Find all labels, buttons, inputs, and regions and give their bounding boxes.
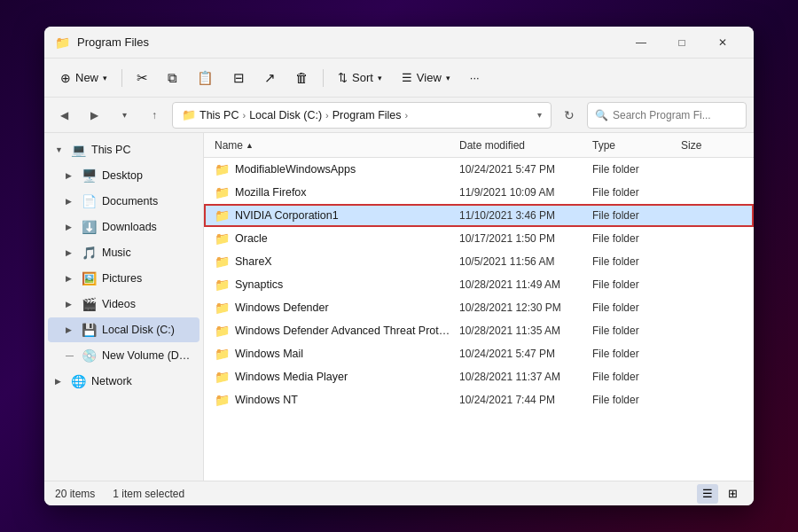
col-header-size[interactable]: Size [681,139,743,152]
file-type: File folder [592,186,681,199]
share-icon: ↗ [264,70,276,86]
search-icon: 🔍 [595,109,608,121]
refresh-button[interactable]: ↻ [557,103,582,128]
table-row[interactable]: 📁ModifiableWindowsApps10/24/2021 5:47 PM… [204,158,754,181]
main-area: ▼ 💻 This PC ▶ 🖥️ Desktop ▶ 📄 Documents ▶… [44,133,754,481]
separator-1 [121,69,122,87]
table-row[interactable]: 📁Mozilla Firefox11/9/2021 10:09 AMFile f… [204,181,754,204]
title-bar: 📁 Program Files — □ ✕ [44,27,754,59]
view-button[interactable]: ☰ View ▾ [393,64,459,92]
cut-button[interactable]: ✂ [128,64,157,92]
sidebar-item-downloads[interactable]: ▶ ⬇️ Downloads [48,215,200,239]
file-name: Windows NT [235,394,298,406]
rename-button[interactable]: ⊟ [224,64,254,92]
table-row[interactable]: 📁Windows Defender10/28/2021 12:30 PMFile… [204,296,754,319]
copy-button[interactable]: ⧉ [159,64,186,92]
file-modified: 10/28/2021 11:37 AM [459,371,592,383]
file-name-cell: 📁Windows Defender [215,301,459,315]
sidebar-item-pictures[interactable]: ▶ 🖼️ Pictures [48,266,200,291]
file-list-container[interactable]: Name ▲ Date modified Type Size 📁Modifiab… [204,133,754,481]
sidebar-item-desktop[interactable]: ▶ 🖥️ Desktop [48,163,200,188]
new-button[interactable]: ⊕ New ▾ [51,64,116,92]
file-modified: 10/17/2021 1:50 PM [459,232,592,245]
file-modified: 10/28/2021 11:35 AM [459,325,592,337]
window-controls: — □ ✕ [621,28,743,57]
file-name-cell: 📁Windows Mail [215,347,459,361]
search-box[interactable]: 🔍 [587,102,747,129]
file-name: Windows Mail [235,348,303,360]
delete-button[interactable]: 🗑 [286,64,317,92]
sidebar-item-new-volume[interactable]: — 💿 New Volume (D… [48,343,200,368]
close-button[interactable]: ✕ [702,28,743,57]
file-name-cell: 📁Synaptics [215,278,459,292]
folder-icon: 📁 [215,301,230,315]
table-row[interactable]: 📁Windows Mail10/24/2021 5:47 PMFile fold… [204,342,754,365]
col-header-type[interactable]: Type [592,139,681,152]
minimize-button[interactable]: — [621,28,661,57]
forward-button[interactable]: ▶ [82,103,106,128]
sidebar-item-music[interactable]: ▶ 🎵 Music [48,240,200,265]
file-name-cell: 📁Windows NT [215,393,459,407]
file-name-cell: 📁Windows Defender Advanced Threat Prot… [215,324,459,338]
table-row[interactable]: 📁Synaptics10/28/2021 11:49 AMFile folder [204,273,754,296]
large-icons-view-button[interactable]: ⊞ [722,484,743,504]
file-name-cell: 📁ModifiableWindowsApps [215,162,459,176]
file-modified: 10/28/2021 12:30 PM [459,301,592,314]
status-left: 20 items 1 item selected [55,488,184,500]
file-type: File folder [592,209,681,222]
table-row[interactable]: 📁Windows NT10/24/2021 7:44 PMFile folder [204,388,754,411]
folder-icon: 📁 [215,208,230,223]
file-type: File folder [592,255,681,268]
file-type: File folder [592,232,681,245]
sidebar-item-local-disk-c[interactable]: ▶ 💾 Local Disk (C:) [48,317,200,342]
more-button[interactable]: ··· [461,64,489,92]
file-name: Windows Media Player [235,371,348,383]
table-row[interactable]: 📁Windows Defender Advanced Threat Prot…1… [204,319,754,342]
delete-icon: 🗑 [295,70,309,85]
search-input[interactable] [613,109,746,121]
file-name-cell: 📁Oracle [215,231,459,246]
table-row[interactable]: 📁Oracle10/17/2021 1:50 PMFile folder [204,227,754,250]
breadcrumb-icon: 📁 [182,108,196,121]
toolbar: ⊕ New ▾ ✂ ⧉ 📋 ⊟ ↗ 🗑 ⇅ Sort ▾ ☰ [44,59,754,98]
table-row[interactable]: 📁Windows Media Player10/28/2021 11:37 AM… [204,365,754,388]
breadcrumb-program-files: Program Files [332,109,402,121]
table-row[interactable]: 📁ShareX10/5/2021 11:56 AMFile folder [204,250,754,273]
file-name-cell: 📁Mozilla Firefox [215,185,459,200]
table-row[interactable]: 📁NVIDIA Corporation111/10/2021 3:46 PMFi… [204,204,754,227]
copy-icon: ⧉ [168,70,177,86]
details-view-button[interactable]: ☰ [697,484,718,504]
file-modified: 11/10/2021 3:46 PM [459,209,592,222]
col-header-name[interactable]: Name ▲ [215,139,459,152]
file-name: Windows Defender [235,301,329,314]
file-name: Windows Defender Advanced Threat Prot… [235,325,450,337]
breadcrumb-expand[interactable]: ▾ [537,110,542,120]
sidebar-item-videos[interactable]: ▶ 🎬 Videos [48,292,200,317]
file-name: NVIDIA Corporation1 [235,209,339,222]
file-type: File folder [592,348,681,360]
file-modified: 11/9/2021 10:09 AM [459,186,592,199]
sidebar-item-network[interactable]: ▶ 🌐 Network [48,369,200,394]
folder-icon: 📁 [215,278,230,292]
back-button[interactable]: ◀ [51,103,76,128]
file-name-cell: 📁Windows Media Player [215,370,459,384]
sidebar-item-documents[interactable]: ▶ 📄 Documents [48,189,200,214]
file-type: File folder [592,278,681,291]
col-header-modified[interactable]: Date modified [459,139,592,152]
file-list-header: Name ▲ Date modified Type Size [204,133,754,158]
maximize-button[interactable]: □ [661,28,702,57]
file-name-cell: 📁NVIDIA Corporation1 [215,208,459,223]
explorer-window: 📁 Program Files — □ ✕ ⊕ New ▾ ✂ ⧉ 📋 ⊟ ↗ [44,27,754,505]
up-button[interactable]: ↑ [142,103,167,128]
breadcrumb[interactable]: 📁 This PC › Local Disk (C:) › Program Fi… [172,102,552,129]
share-button[interactable]: ↗ [255,64,285,92]
file-type: File folder [592,371,681,383]
file-name: ModifiableWindowsApps [235,163,356,176]
sort-button[interactable]: ⇅ Sort ▾ [329,64,391,92]
paste-button[interactable]: 📋 [188,64,223,92]
recent-button[interactable]: ▾ [112,103,137,128]
file-modified: 10/24/2021 5:47 PM [459,348,592,360]
sidebar-item-this-pc[interactable]: ▼ 💻 This PC [48,137,200,162]
address-bar: ◀ ▶ ▾ ↑ 📁 This PC › Local Disk (C:) › Pr… [44,98,754,133]
separator-2 [323,69,324,87]
